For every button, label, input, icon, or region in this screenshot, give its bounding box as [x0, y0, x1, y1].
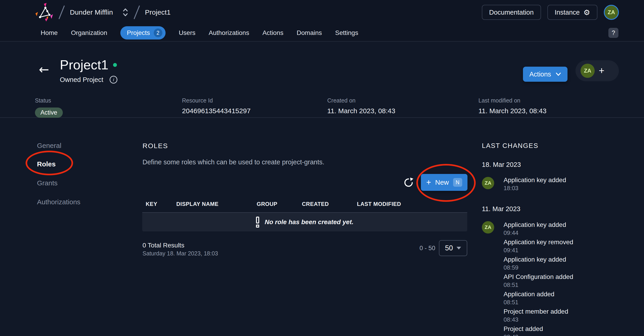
change-entry-time: 08:59: [504, 264, 518, 271]
tab-settings[interactable]: Settings: [335, 29, 358, 36]
caret-down-icon: [456, 247, 461, 250]
tab-authorizations[interactable]: Authorizations: [209, 29, 249, 36]
results-timestamp: Saturday 18. Mar 2023, 18:03: [142, 250, 218, 257]
actions-menu-button[interactable]: Actions: [523, 67, 568, 82]
page-title: Project1: [60, 57, 108, 72]
sidebar-item-roles[interactable]: Roles: [37, 160, 56, 168]
help-button[interactable]: ?: [608, 28, 618, 38]
projects-count-badge: 2: [154, 28, 162, 37]
change-avatar: ZA: [482, 177, 494, 189]
change-entry-text[interactable]: Project added: [504, 325, 543, 333]
meta-value: 204696135443415297: [182, 107, 250, 115]
new-role-label: New: [435, 179, 449, 186]
project-type-label: Owned Project: [60, 76, 103, 83]
column-header-key: KEY: [146, 201, 157, 207]
change-entry-time: 09:44: [504, 229, 518, 237]
column-header-group: GROUP: [257, 201, 278, 207]
change-entry-time: 18:03: [504, 185, 518, 192]
change-entry-time: 08:43: [504, 316, 518, 323]
documentation-label: Documentation: [489, 9, 534, 16]
tab-actions[interactable]: Actions: [262, 29, 284, 36]
change-avatar: ZA: [482, 221, 494, 234]
change-entry-time: 08:51: [504, 282, 518, 289]
column-header-last-modified: LAST MODIFIED: [357, 201, 401, 207]
change-entry-text[interactable]: Application added: [504, 291, 554, 298]
exclamation-icon: [256, 217, 259, 228]
project-header: ← Project1 Owned Project i Actions ZA + …: [0, 41, 644, 118]
tab-home[interactable]: Home: [41, 29, 58, 36]
breadcrumb-slash-icon: [134, 5, 140, 19]
change-entry-text[interactable]: Application key added: [504, 221, 566, 229]
user-avatar[interactable]: ZA: [604, 5, 619, 20]
topbar-actions: Documentation Instance ⚙ ZA: [482, 5, 619, 20]
plus-icon: +: [426, 178, 431, 187]
breadcrumb: Dunder Mifflin Project1: [34, 3, 170, 22]
instance-label: Instance: [555, 9, 580, 16]
changes-date: 11. Mar 2023: [482, 205, 520, 213]
section-title-roles: ROLES: [142, 142, 168, 150]
tab-domains[interactable]: Domains: [297, 29, 322, 36]
nav-items: Home Organization Projects 2 Users Autho…: [41, 26, 358, 39]
shortcut-key-badge: N: [453, 178, 462, 187]
empty-state-message: No role has been created yet.: [265, 218, 354, 226]
change-entry-text[interactable]: Application key added: [504, 256, 566, 263]
changes-date: 18. Mar 2023: [482, 161, 521, 168]
sidebar-item-authorizations[interactable]: Authorizations: [37, 198, 80, 206]
meta-label: Resource Id: [182, 97, 250, 104]
tab-projects-label: Projects: [127, 29, 150, 36]
meta-resource-id: Resource Id 204696135443415297: [182, 97, 250, 115]
new-role-button[interactable]: + New N: [421, 174, 468, 191]
avatar-initials: ZA: [484, 180, 491, 186]
documentation-button[interactable]: Documentation: [482, 5, 541, 20]
empty-state-row: No role has been created yet.: [142, 212, 467, 232]
meta-label: Status: [35, 97, 63, 104]
meta-value: 11. March 2023, 08:43: [327, 107, 395, 115]
tab-users[interactable]: Users: [179, 29, 196, 36]
member-avatar[interactable]: ZA: [580, 64, 595, 78]
refresh-icon[interactable]: [403, 177, 414, 188]
change-entry-time: 08:43: [504, 334, 518, 336]
sidebar-item-general[interactable]: General: [37, 142, 62, 149]
meta-value: 11. March 2023, 08:43: [478, 107, 546, 115]
change-entry-text[interactable]: API Configuration added: [504, 273, 573, 281]
project-members-group: ZA +: [576, 60, 619, 81]
instance-button[interactable]: Instance ⚙: [548, 5, 598, 20]
page-size-value: 50: [445, 244, 453, 252]
breadcrumb-slash-icon: [58, 5, 65, 19]
org-switcher-chevrons-icon[interactable]: [122, 7, 128, 17]
tab-projects[interactable]: Projects 2: [120, 26, 165, 39]
topbar: Dunder Mifflin Project1 Documentation In…: [0, 0, 644, 25]
avatar-initials: ZA: [484, 224, 491, 230]
change-entry-text[interactable]: Application key removed: [504, 239, 573, 246]
gear-icon: ⚙: [583, 9, 590, 16]
last-changes-title: LAST CHANGES: [482, 142, 538, 149]
sidebar-item-grants[interactable]: Grants: [37, 179, 58, 187]
pagination-range: 0 - 50: [412, 245, 435, 252]
project-subtitle-row: Owned Project i: [60, 76, 118, 83]
column-header-created: CREATED: [302, 201, 329, 207]
tab-organization[interactable]: Organization: [71, 29, 107, 36]
meta-label: Last modified on: [478, 97, 546, 104]
meta-last-modified: Last modified on 11. March 2023, 08:43: [478, 97, 546, 115]
change-entry-text[interactable]: Project member added: [504, 308, 568, 315]
change-entry-time: 08:51: [504, 299, 518, 306]
total-results: 0 Total Results: [142, 242, 184, 249]
page-size-select[interactable]: 50: [439, 240, 467, 256]
change-entry-time: 09:41: [504, 247, 518, 254]
add-member-plus-icon[interactable]: +: [599, 66, 604, 75]
actions-label: Actions: [529, 70, 551, 78]
change-entry-text[interactable]: Application key added: [504, 176, 566, 184]
column-header-display-name: DISPLAY NAME: [176, 201, 218, 207]
avatar-initials: ZA: [608, 9, 615, 15]
status-badge: Active: [35, 107, 63, 118]
zitadel-logo-icon[interactable]: [34, 3, 54, 22]
roles-description: Define some roles which can be used to c…: [142, 158, 324, 166]
breadcrumb-project[interactable]: Project1: [145, 8, 170, 16]
org-switcher-label[interactable]: Dunder Mifflin: [70, 8, 113, 16]
info-icon[interactable]: i: [110, 76, 118, 83]
back-arrow-icon[interactable]: ←: [39, 63, 49, 76]
project-title-row: Project1: [60, 57, 117, 72]
active-status-dot-icon: [113, 63, 117, 67]
avatar-initials: ZA: [584, 67, 591, 74]
zitadel-console: Dunder Mifflin Project1 Documentation In…: [0, 0, 644, 336]
